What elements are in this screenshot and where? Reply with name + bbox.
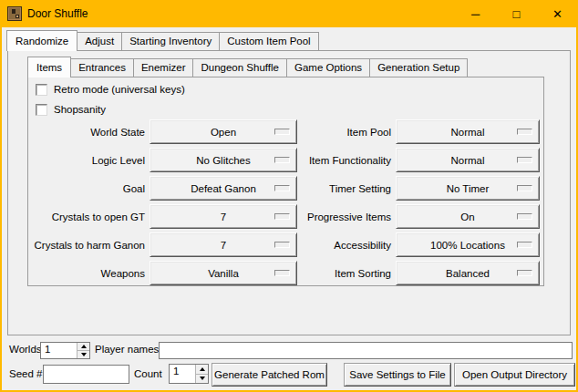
count-label: Count — [134, 368, 162, 379]
tab-game-options[interactable]: Game Options — [286, 58, 370, 77]
count-down-arrow-icon[interactable] — [196, 374, 208, 384]
seed-input[interactable] — [43, 365, 129, 384]
title-bar: Door Shuffle ─ □ ✕ — [0, 0, 578, 27]
close-button[interactable]: ✕ — [537, 0, 578, 27]
tab-custom-item-pool[interactable]: Custom Item Pool — [219, 32, 318, 50]
worlds-value: 1 — [41, 343, 77, 358]
retro-mode-label: Retro mode (universal keys) — [54, 84, 185, 95]
randomize-tabstrip: Items Entrances Enemizer Dungeon Shuffle… — [27, 55, 468, 77]
tab-enemizer[interactable]: Enemizer — [133, 58, 194, 77]
worlds-label: Worlds — [9, 344, 42, 355]
goal-dropdown[interactable]: Defeat Ganon — [150, 176, 297, 201]
crystals-ganon-dropdown[interactable]: 7 — [150, 232, 297, 257]
dropdown-indicator-icon — [517, 270, 532, 276]
window-content: Randomize Adjust Starting Inventory Cust… — [2, 27, 576, 390]
dropdown-indicator-icon — [517, 213, 532, 220]
progressive-items-dropdown[interactable]: On — [396, 204, 540, 229]
shopsanity-label: Shopsanity — [54, 104, 106, 115]
crystals-gt-label: Crystals to open GT — [28, 211, 145, 222]
tab-randomize[interactable]: Randomize — [6, 30, 77, 51]
item-sorting-label: Item Sorting — [303, 268, 391, 279]
accessibility-label: Accessibility — [303, 240, 391, 251]
timer-setting-dropdown[interactable]: No Timer — [396, 176, 540, 201]
crystals-ganon-label: Crystals to harm Ganon — [28, 240, 145, 251]
settings-row: Goal Defeat Ganon Timer Setting No Timer — [28, 176, 543, 201]
world-state-dropdown[interactable]: Open — [150, 119, 297, 144]
item-pool-dropdown[interactable]: Normal — [396, 119, 540, 144]
crystals-gt-dropdown[interactable]: 7 — [150, 204, 297, 229]
retro-mode-row: Retro mode (universal keys) — [28, 79, 543, 99]
dropdown-indicator-icon — [517, 242, 532, 248]
player-names-label: Player names — [95, 344, 159, 355]
weapons-label: Weapons — [28, 268, 145, 279]
worlds-up-arrow-icon[interactable] — [77, 343, 89, 350]
dropdown-indicator-icon — [274, 185, 290, 191]
randomize-page: Items Entrances Enemizer Dungeon Shuffle… — [7, 50, 571, 335]
item-pool-label: Item Pool — [303, 127, 391, 138]
dropdown-indicator-icon — [517, 185, 532, 191]
logic-level-dropdown[interactable]: No Glitches — [150, 148, 297, 172]
dropdown-indicator-icon — [517, 129, 532, 135]
tab-dungeon-shuffle[interactable]: Dungeon Shuffle — [192, 58, 286, 77]
world-state-label: World State — [28, 127, 145, 138]
seed-label: Seed # — [9, 368, 42, 379]
open-output-directory-button[interactable]: Open Output Directory — [454, 363, 575, 387]
count-value: 1 — [170, 365, 195, 383]
save-settings-button[interactable]: Save Settings to File — [344, 363, 451, 387]
settings-row: Crystals to open GT 7 Progressive Items … — [28, 204, 543, 229]
shopsanity-row: Shopsanity — [28, 99, 543, 119]
count-spinner[interactable]: 1 — [169, 364, 209, 384]
dropdown-indicator-icon — [274, 213, 290, 220]
worlds-down-arrow-icon[interactable] — [77, 350, 89, 358]
tab-generation-setup[interactable]: Generation Setup — [369, 58, 468, 77]
goal-label: Goal — [28, 183, 145, 194]
dropdown-indicator-icon — [274, 129, 290, 135]
count-up-arrow-icon[interactable] — [196, 365, 208, 374]
dropdown-indicator-icon — [517, 157, 532, 163]
main-tabstrip: Randomize Adjust Starting Inventory Cust… — [6, 28, 319, 50]
player-names-input[interactable] — [159, 342, 573, 359]
item-sorting-dropdown[interactable]: Balanced — [396, 261, 540, 285]
shopsanity-checkbox[interactable] — [36, 104, 47, 116]
logic-level-label: Logic Level — [28, 155, 145, 166]
app-window: Door Shuffle ─ □ ✕ Randomize Adjust Star… — [0, 0, 578, 392]
app-icon — [7, 6, 22, 21]
tab-entrances[interactable]: Entrances — [70, 58, 134, 77]
items-page: Retro mode (universal keys) Shopsanity W… — [27, 77, 544, 286]
dropdown-indicator-icon — [274, 270, 290, 276]
tab-items[interactable]: Items — [27, 57, 71, 77]
window-title: Door Shuffle — [27, 7, 88, 20]
dropdown-indicator-icon — [274, 157, 290, 163]
maximize-button[interactable]: □ — [496, 0, 537, 27]
weapons-dropdown[interactable]: Vanilla — [150, 261, 297, 285]
timer-setting-label: Timer Setting — [303, 183, 391, 194]
progressive-items-label: Progressive Items — [303, 211, 391, 222]
tab-starting-inventory[interactable]: Starting Inventory — [121, 32, 220, 50]
item-functionality-dropdown[interactable]: Normal — [396, 148, 540, 172]
dropdown-indicator-icon — [274, 242, 290, 248]
settings-row: World State Open Item Pool Normal — [28, 119, 543, 144]
settings-row: Weapons Vanilla Item Sorting Balanced — [28, 261, 543, 285]
tab-adjust[interactable]: Adjust — [77, 32, 122, 50]
minimize-button[interactable]: ─ — [455, 0, 496, 27]
window-controls: ─ □ ✕ — [455, 0, 578, 27]
retro-mode-checkbox[interactable] — [36, 84, 47, 96]
accessibility-dropdown[interactable]: 100% Locations — [396, 232, 540, 257]
worlds-spinner[interactable]: 1 — [40, 342, 90, 359]
item-functionality-label: Item Functionality — [303, 155, 391, 166]
settings-row: Logic Level No Glitches Item Functionali… — [28, 148, 543, 172]
generate-patched-rom-button[interactable]: Generate Patched Rom — [212, 363, 327, 387]
settings-row: Crystals to harm Ganon 7 Accessibility 1… — [28, 232, 543, 257]
